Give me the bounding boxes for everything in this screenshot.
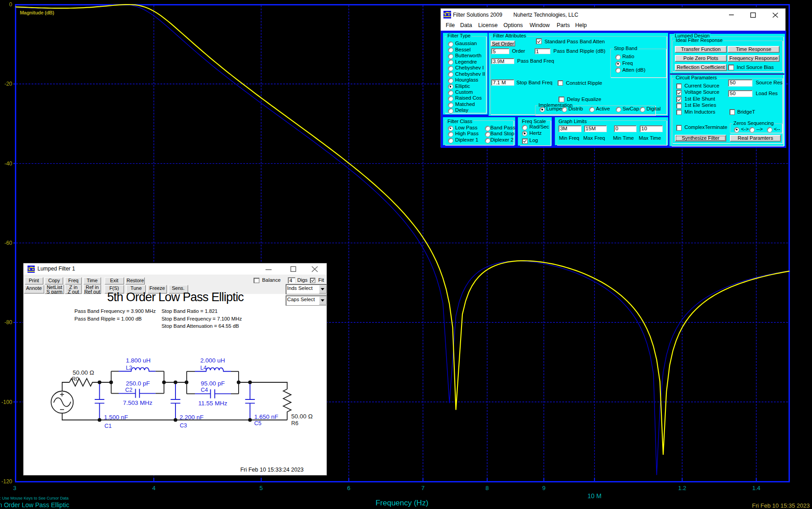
- svg-text:8: 8: [485, 485, 489, 491]
- svg-text:3: 3: [13, 485, 16, 491]
- svg-text:-20: -20: [5, 81, 13, 87]
- svg-text:Frequency (Hz): Frequency (Hz): [375, 499, 428, 507]
- svg-text:4: 4: [152, 485, 155, 491]
- svg-text:t: Use Mouse Keys to See Curso: t: Use Mouse Keys to See Cursor Data: [0, 496, 69, 500]
- svg-text:-80: -80: [5, 319, 13, 326]
- svg-text:10 M: 10 M: [587, 492, 601, 500]
- svg-text:-100: -100: [1, 399, 12, 405]
- svg-text:-40: -40: [5, 160, 13, 167]
- svg-text:Fri Feb 10 15:35 2023: Fri Feb 10 15:35 2023: [752, 502, 810, 509]
- svg-text:1.4: 1.4: [752, 485, 760, 491]
- svg-text:Magnitude (dB): Magnitude (dB): [20, 10, 54, 15]
- svg-text:5: 5: [259, 485, 263, 491]
- svg-text:0: 0: [9, 1, 12, 8]
- svg-text:7: 7: [421, 485, 424, 491]
- svg-text:6: 6: [347, 485, 351, 491]
- svg-text:9: 9: [542, 485, 545, 491]
- svg-text:-60: -60: [5, 240, 13, 246]
- svg-text:n Order Low Pass Elliptic: n Order Low Pass Elliptic: [0, 501, 69, 509]
- svg-text:1.2: 1.2: [678, 485, 686, 491]
- svg-text:-120: -120: [1, 478, 12, 485]
